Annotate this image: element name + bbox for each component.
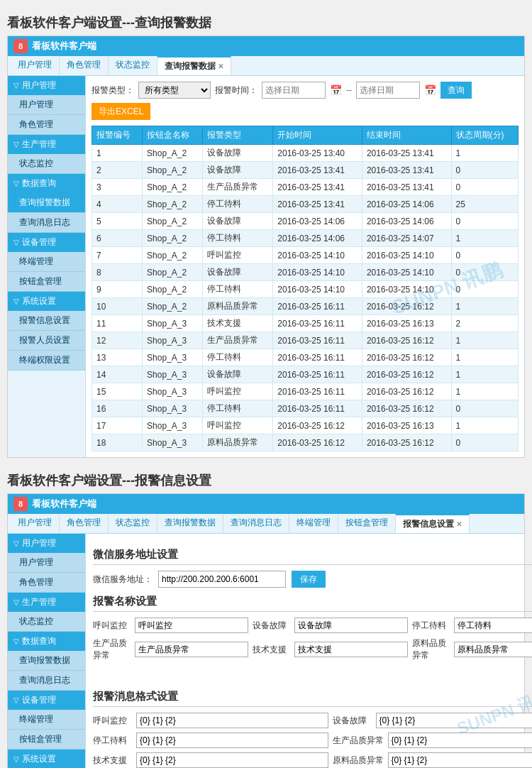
sidebar-group-user-1[interactable]: ▽ 用户管理 — [8, 76, 85, 95]
alert-name-input-3[interactable] — [135, 642, 248, 657]
cell-start: 2016-03-25 14:06 — [273, 213, 362, 230]
sidebar2-item-query-log[interactable]: 查询消息日志 — [8, 671, 85, 691]
cell-period: 0 — [451, 434, 518, 451]
alert-name-input-4[interactable] — [294, 642, 408, 657]
tab-role-mgmt-1[interactable]: 角色管理 — [60, 56, 109, 75]
cell-start: 2016-03-25 13:41 — [273, 162, 362, 179]
calendar-icon-start[interactable]: 📅 — [330, 84, 342, 96]
sidebar2-item-query-alarm[interactable]: 查询报警数据 — [8, 651, 85, 671]
sidebar2-item-user[interactable]: 用户管理 — [8, 553, 85, 573]
tab2-close-icon[interactable]: ✕ — [456, 520, 462, 528]
sidebar-item-user-mgmt-1[interactable]: 用户管理 — [8, 95, 85, 115]
sidebar-item-query-alarm-1[interactable]: 查询报警数据 — [8, 193, 85, 213]
sidebar-group-sys-1[interactable]: ▽ 系统设置 — [8, 292, 85, 311]
alert-format-input-5[interactable] — [388, 752, 533, 768]
wechat-save-btn[interactable]: 保存 — [292, 571, 326, 588]
sidebar2-item-terminal[interactable]: 终端管理 — [8, 710, 85, 730]
tab-status-monitor-1[interactable]: 状态监控 — [109, 56, 157, 75]
sidebar2-group-sys[interactable]: ▽ 系统设置 — [8, 750, 85, 768]
tab-query-alarm-1[interactable]: 查询报警数据✕ — [157, 56, 231, 75]
alert-name-item: 设备故障 — [253, 618, 408, 633]
sidebar2-item-btnbox[interactable]: 按钮盒管理 — [8, 730, 85, 750]
app-header-2: 8 看板软件客户端 — [8, 494, 524, 514]
cell-id: 6 — [92, 230, 143, 247]
sidebar-item-terminal-1[interactable]: 终端管理 — [8, 252, 85, 272]
sidebar2-group-device[interactable]: ▽ 设备管理 — [8, 691, 85, 710]
alert-name-item: 生产品质异常 — [93, 637, 248, 662]
sidebar-item-alarm-info-1[interactable]: 报警信息设置 — [8, 311, 85, 331]
cell-end: 2016-03-25 14:07 — [362, 230, 451, 247]
sidebar-item-button-box-1[interactable]: 按钮盒管理 — [8, 272, 85, 292]
alert-name-input-5[interactable] — [454, 642, 532, 657]
tab2-btnbox[interactable]: 按钮盒管理 — [338, 514, 396, 533]
sidebar-item-status-1[interactable]: 状态监控 — [8, 154, 85, 174]
cell-period: 0 — [451, 247, 518, 264]
tab2-status[interactable]: 状态监控 — [109, 514, 157, 533]
cell-type: 设备故障 — [203, 162, 273, 179]
cell-period: 0 — [451, 281, 518, 298]
filter-type-select[interactable]: 所有类型 设备故障 呼叫监控 停工待料 生产品质异常 技术支援 原料品质异常 — [138, 82, 211, 99]
sidebar-group-device-1[interactable]: ▽ 设备管理 — [8, 233, 85, 252]
sidebar2-group-data[interactable]: ▽ 数据查询 — [8, 632, 85, 651]
alert-format-input-3[interactable] — [388, 733, 533, 748]
cell-end: 2016-03-25 16:12 — [362, 349, 451, 366]
filter-end-date[interactable] — [356, 82, 420, 99]
tab2-log[interactable]: 查询消息日志 — [223, 514, 289, 533]
alert-format-input-1[interactable] — [376, 713, 533, 728]
tab2-alarm-info[interactable]: 报警信息设置✕ — [396, 514, 470, 533]
alert-format-input-2[interactable] — [136, 733, 328, 748]
settings-content: 微信服务地址设置 微信服务地址： 保存 报警名称设置 呼叫监控 设备故障 停工待… — [86, 534, 532, 768]
table-row: 4 Shop_A_2 停工待料 2016-03-25 13:41 2016-03… — [92, 196, 519, 213]
cell-start: 2016-03-25 14:10 — [273, 264, 362, 281]
alert-name-input-0[interactable] — [135, 618, 248, 633]
sidebar2-group-prod[interactable]: ▽ 生产管理 — [8, 593, 85, 612]
cell-period: 0 — [451, 264, 518, 281]
sidebar-group-data-1[interactable]: ▽ 数据查询 — [8, 174, 85, 193]
cell-type: 生产品质异常 — [203, 332, 273, 349]
app-logo-1: 8 — [13, 39, 28, 53]
cell-type: 设备故障 — [203, 366, 273, 383]
tab2-alarm[interactable]: 查询报警数据 — [157, 514, 223, 533]
table-row: 16 Shop_A_3 停工待料 2016-03-25 16:11 2016-0… — [92, 400, 519, 417]
cell-end: 2016-03-25 13:41 — [362, 179, 451, 196]
alert-format-input-0[interactable] — [136, 713, 328, 728]
content-1: 报警类型： 所有类型 设备故障 呼叫监控 停工待料 生产品质异常 技术支援 原料… — [86, 76, 524, 457]
calendar-icon-end[interactable]: 📅 — [424, 84, 436, 96]
cell-end: 2016-03-25 14:10 — [362, 281, 451, 298]
wechat-input[interactable] — [158, 571, 286, 588]
cell-id: 7 — [92, 247, 143, 264]
sidebar2-group-user[interactable]: ▽ 用户管理 — [8, 534, 85, 553]
sidebar2-item-status[interactable]: 状态监控 — [8, 612, 85, 632]
tab2-user[interactable]: 用户管理 — [11, 514, 60, 533]
cell-type: 停工待料 — [203, 281, 273, 298]
sidebar-item-role-mgmt-1[interactable]: 角色管理 — [8, 115, 85, 135]
sidebar-item-query-log-1[interactable]: 查询消息日志 — [8, 213, 85, 233]
sidebar2-group-user-label: 用户管理 — [22, 537, 56, 549]
cell-id: 14 — [92, 366, 143, 383]
cell-id: 12 — [92, 332, 143, 349]
sidebar-group-prod-1[interactable]: ▽ 生产管理 — [8, 135, 85, 154]
tab2-terminal[interactable]: 终端管理 — [289, 514, 338, 533]
app-title-1: 看板软件客户端 — [32, 40, 96, 53]
cell-name: Shop_A_3 — [143, 400, 203, 417]
sidebar2-item-role[interactable]: 角色管理 — [8, 573, 85, 593]
cell-type: 停工待料 — [203, 349, 273, 366]
cell-period: 1 — [451, 145, 518, 162]
query-button[interactable]: 查询 — [440, 82, 472, 99]
alert-format-input-4[interactable] — [136, 752, 328, 768]
filter-start-date[interactable] — [262, 82, 326, 99]
tab2-role[interactable]: 角色管理 — [60, 514, 109, 533]
sidebar-item-terminal-perm-1[interactable]: 终端权限设置 — [8, 351, 85, 371]
sidebar-1: ▽ 用户管理 用户管理 角色管理 ▽ 生产管理 状态监控 ▽ 数据查询 查询报警… — [8, 76, 86, 457]
cell-name: Shop_A_2 — [143, 213, 203, 230]
cell-start: 2016-03-25 16:11 — [273, 383, 362, 400]
nav-tabs-2: 用户管理 角色管理 状态监控 查询报警数据 查询消息日志 终端管理 按钮盒管理 … — [8, 514, 524, 534]
alert-name-input-2[interactable] — [454, 618, 532, 633]
tab-close-icon-1[interactable]: ✕ — [218, 62, 223, 70]
cell-end: 2016-03-25 16:12 — [362, 383, 451, 400]
tab-user-mgmt-1[interactable]: 用户管理 — [11, 56, 60, 75]
alert-name-input-1[interactable] — [294, 618, 408, 633]
col-header-end: 结束时间 — [362, 126, 451, 145]
export-excel-button[interactable]: 导出EXCEL — [92, 103, 150, 120]
sidebar-item-alarm-person-1[interactable]: 报警人员设置 — [8, 331, 85, 351]
